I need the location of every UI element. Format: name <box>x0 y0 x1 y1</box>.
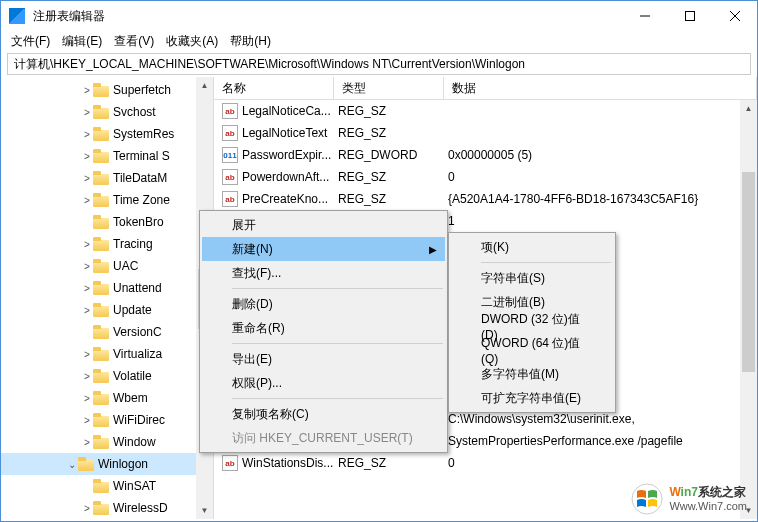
ctx-export[interactable]: 导出(E) <box>202 347 445 371</box>
separator <box>232 398 443 399</box>
tree-item[interactable]: >Svchost <box>1 101 213 123</box>
folder-icon <box>93 127 109 141</box>
tree-item[interactable]: >Tracing <box>1 233 213 255</box>
tree-item[interactable]: >Window <box>1 431 213 453</box>
tree-item-label: TokenBro <box>113 215 164 229</box>
header-type[interactable]: 类型 <box>334 77 444 99</box>
ctx-expand[interactable]: 展开 <box>202 213 445 237</box>
list-row[interactable]: abPreCreateKno...REG_SZ{A520A1A4-1780-4F… <box>214 188 757 210</box>
ctx-new-multistring[interactable]: 多字符串值(M) <box>451 362 613 386</box>
expand-icon[interactable]: > <box>81 393 93 404</box>
ctx-copy-key-name[interactable]: 复制项名称(C) <box>202 402 445 426</box>
menu-favorites[interactable]: 收藏夹(A) <box>166 33 218 50</box>
dword-value-icon: 011 <box>222 147 238 163</box>
tree-item[interactable]: >SystemRes <box>1 123 213 145</box>
expand-icon[interactable]: ⌄ <box>66 459 78 470</box>
tree-item[interactable]: >Terminal S <box>1 145 213 167</box>
window-controls <box>622 1 757 31</box>
expand-icon[interactable]: > <box>81 107 93 118</box>
expand-icon[interactable]: > <box>81 503 93 514</box>
list-scrollbar[interactable]: ▲ ▼ <box>740 100 757 519</box>
ctx-new-qword[interactable]: QWORD (64 位)值(Q) <box>451 338 613 362</box>
scroll-down-icon[interactable]: ▼ <box>196 502 213 519</box>
cell-data: 0 <box>444 456 757 470</box>
tree-item[interactable]: TokenBro <box>1 211 213 233</box>
menu-edit[interactable]: 编辑(E) <box>62 33 102 50</box>
ctx-find[interactable]: 查找(F)... <box>202 261 445 285</box>
tree-item-label: SystemRes <box>113 127 174 141</box>
folder-icon <box>93 413 109 427</box>
list-row[interactable]: abLegalNoticeTextREG_SZ <box>214 122 757 144</box>
tree-item-label: TileDataM <box>113 171 167 185</box>
tree-item[interactable]: >WiFiDirec <box>1 409 213 431</box>
menu-file[interactable]: 文件(F) <box>11 33 50 50</box>
ctx-delete[interactable]: 删除(D) <box>202 292 445 316</box>
menu-help[interactable]: 帮助(H) <box>230 33 271 50</box>
expand-icon[interactable]: > <box>81 173 93 184</box>
separator <box>232 343 443 344</box>
menu-view[interactable]: 查看(V) <box>114 33 154 50</box>
address-bar[interactable]: 计算机\HKEY_LOCAL_MACHINE\SOFTWARE\Microsof… <box>7 53 751 75</box>
watermark: Win7系统之家 Www.Win7.com <box>631 483 747 515</box>
expand-icon[interactable]: > <box>81 283 93 294</box>
expand-icon[interactable]: > <box>81 151 93 162</box>
tree-item[interactable]: >Unattend <box>1 277 213 299</box>
tree-item[interactable]: >Superfetch <box>1 79 213 101</box>
tree-item[interactable]: >WirelessD <box>1 497 213 519</box>
separator <box>232 288 443 289</box>
expand-icon[interactable]: > <box>81 305 93 316</box>
list-row[interactable]: abWinStationsDis...REG_SZ0 <box>214 452 757 474</box>
submenu-arrow-icon: ▶ <box>429 244 437 255</box>
ctx-permissions[interactable]: 权限(P)... <box>202 371 445 395</box>
header-data[interactable]: 数据 <box>444 77 757 99</box>
expand-icon[interactable]: > <box>81 437 93 448</box>
expand-icon[interactable]: > <box>81 261 93 272</box>
expand-icon[interactable]: > <box>81 129 93 140</box>
folder-icon <box>93 105 109 119</box>
scroll-up-icon[interactable]: ▲ <box>196 77 213 94</box>
close-button[interactable] <box>712 1 757 31</box>
separator <box>481 262 611 263</box>
svg-rect-1 <box>685 12 694 21</box>
string-value-icon: ab <box>222 455 238 471</box>
expand-icon[interactable]: > <box>81 195 93 206</box>
list-row[interactable]: abPowerdownAft...REG_SZ0 <box>214 166 757 188</box>
expand-icon[interactable]: > <box>81 85 93 96</box>
folder-icon <box>93 369 109 383</box>
ctx-new[interactable]: 新建(N) ▶ <box>202 237 445 261</box>
ctx-goto-hkcu[interactable]: 访问 HKEY_CURRENT_USER(T) <box>202 426 445 450</box>
ctx-new-expandstring[interactable]: 可扩充字符串值(E) <box>451 386 613 410</box>
tree-item[interactable]: >TileDataM <box>1 167 213 189</box>
list-scroll-thumb[interactable] <box>742 172 755 372</box>
cell-name: abPowerdownAft... <box>214 169 334 185</box>
expand-icon[interactable]: > <box>81 415 93 426</box>
watermark-logo-icon <box>631 483 663 515</box>
tree-item[interactable]: >Time Zone <box>1 189 213 211</box>
cell-data: {A520A1A4-1780-4FF6-BD18-167343C5AF16} <box>444 192 757 206</box>
scroll-up-icon[interactable]: ▲ <box>740 100 757 117</box>
cell-data: SystemPropertiesPerformance.exe /pagefil… <box>444 434 757 448</box>
tree-item[interactable]: >Wbem <box>1 387 213 409</box>
tree-item[interactable]: >UAC <box>1 255 213 277</box>
maximize-button[interactable] <box>667 1 712 31</box>
expand-icon[interactable]: > <box>81 239 93 250</box>
tree-panel: >Superfetch>Svchost>SystemRes>Terminal S… <box>1 77 214 519</box>
tree-item[interactable]: >Virtualiza <box>1 343 213 365</box>
ctx-new-string[interactable]: 字符串值(S) <box>451 266 613 290</box>
list-row[interactable]: abLegalNoticeCa...REG_SZ <box>214 100 757 122</box>
ctx-rename[interactable]: 重命名(R) <box>202 316 445 340</box>
expand-icon[interactable]: > <box>81 349 93 360</box>
tree-item[interactable]: >Volatile <box>1 365 213 387</box>
tree-item[interactable]: ⌄Winlogon <box>1 453 213 475</box>
expand-icon[interactable]: > <box>81 371 93 382</box>
tree-item-label: Svchost <box>113 105 156 119</box>
header-name[interactable]: 名称 <box>214 77 334 99</box>
tree-item[interactable]: WinSAT <box>1 475 213 497</box>
minimize-button[interactable] <box>622 1 667 31</box>
list-row[interactable]: 011PasswordExpir...REG_DWORD0x00000005 (… <box>214 144 757 166</box>
cell-data: 0x00000005 (5) <box>444 148 757 162</box>
ctx-new-key[interactable]: 项(K) <box>451 235 613 259</box>
tree-item[interactable]: VersionC <box>1 321 213 343</box>
cell-name: abPreCreateKno... <box>214 191 334 207</box>
tree-item[interactable]: >Update <box>1 299 213 321</box>
